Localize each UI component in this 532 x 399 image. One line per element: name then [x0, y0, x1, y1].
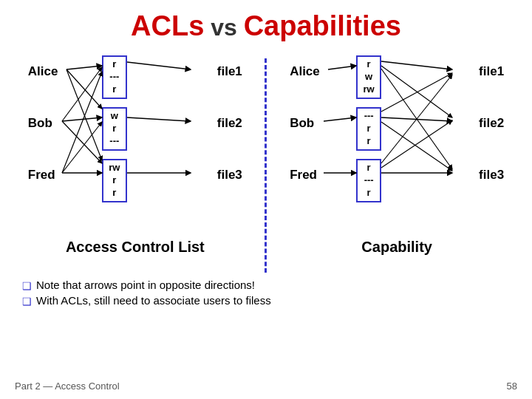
footer-right: 58	[507, 381, 517, 392]
cap-diagram: Alice Bob Fred rwrw ---rr r---r file1 fi…	[290, 51, 504, 236]
note-text-1: Note that arrows point in opposite direc…	[36, 279, 255, 291]
svg-line-1	[62, 117, 102, 121]
note-line-2: ❑ With ACLs, still need to associate use…	[22, 294, 510, 307]
note-text-2: With ACLs, still need to associate users…	[36, 294, 271, 307]
acl-side: Alice Bob Fred r---r wr--- rwrr file1 fi…	[24, 51, 246, 256]
bullet-icon-2: ❑	[22, 296, 32, 307]
cap-label: Capability	[361, 239, 432, 256]
cap-perm-fred: r---r	[356, 159, 381, 202]
acl-user-fred: Fred	[28, 168, 55, 183]
svg-line-23	[381, 120, 452, 168]
title: ACLs vs Capabilities	[0, 0, 532, 48]
cap-file3: file3	[479, 168, 504, 183]
title-cap: Capabilities	[244, 10, 401, 41]
svg-line-16	[381, 66, 452, 117]
acl-diagram: Alice Bob Fred r---r wr--- rwrr file1 fi…	[28, 51, 242, 236]
center-divider	[265, 58, 267, 273]
cap-user-bob: Bob	[290, 116, 314, 131]
svg-line-6	[62, 67, 102, 121]
title-vs: vs	[204, 14, 243, 41]
svg-line-19	[381, 73, 452, 112]
acl-perm-file1: r---r	[102, 55, 127, 99]
cap-user-fred: Fred	[290, 168, 317, 183]
svg-line-7	[62, 72, 102, 173]
svg-line-22	[381, 75, 452, 163]
acl-file1: file1	[217, 64, 242, 79]
cap-user-alice: Alice	[290, 64, 320, 79]
acl-label: Access Control List	[66, 239, 205, 256]
svg-line-0	[66, 66, 102, 69]
svg-line-18	[381, 117, 452, 121]
svg-line-17	[381, 69, 452, 169]
svg-line-9	[62, 122, 102, 173]
cap-arrows	[290, 51, 504, 236]
svg-line-20	[381, 122, 452, 171]
svg-line-10	[66, 69, 102, 160]
cap-side: Alice Bob Fred rwrw ---rr r---r file1 fi…	[286, 51, 508, 256]
bullet-icon-1: ❑	[22, 280, 32, 292]
cap-perm-bob: ---rr	[356, 107, 381, 151]
acl-user-bob: Bob	[28, 116, 52, 131]
note-line-1: ❑ Note that arrows point in opposite dir…	[22, 279, 510, 292]
acl-user-alice: Alice	[28, 64, 58, 79]
footer-left: Part 2 — Access Control	[15, 381, 120, 392]
title-acls: ACLs	[131, 10, 204, 41]
acl-file2: file2	[217, 116, 242, 131]
acl-perm-file3: rwrr	[102, 159, 127, 202]
cap-perm-alice: rwrw	[356, 55, 381, 99]
svg-line-8	[66, 69, 102, 109]
acl-perm-file2: wr---	[102, 107, 127, 151]
svg-line-12	[328, 66, 356, 69]
cap-file1: file1	[479, 64, 504, 79]
acl-arrows	[28, 51, 242, 236]
notes-section: ❑ Note that arrows point in opposite dir…	[0, 273, 532, 307]
svg-line-3	[127, 62, 191, 69]
svg-line-11	[62, 121, 102, 163]
cap-file2: file2	[479, 116, 504, 131]
footer: Part 2 — Access Control 58	[15, 381, 517, 392]
svg-line-4	[127, 117, 191, 121]
svg-line-15	[381, 61, 452, 69]
acl-file3: file3	[217, 168, 242, 183]
main-content: Alice Bob Fred r---r wr--- rwrr file1 fi…	[0, 51, 532, 273]
svg-line-13	[324, 117, 356, 121]
